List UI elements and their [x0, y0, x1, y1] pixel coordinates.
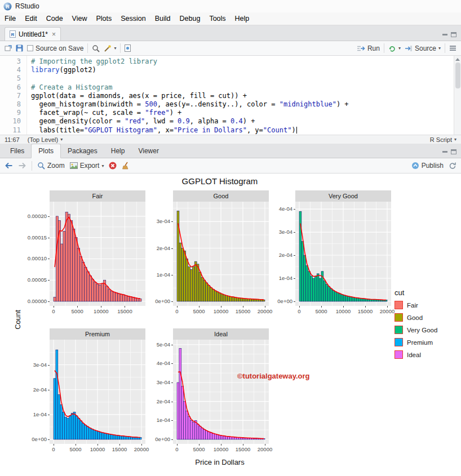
tab-packages[interactable]: Packages	[61, 144, 104, 158]
y-axis-tick: 2e-04	[145, 399, 170, 404]
editor-scrollbar[interactable]	[454, 56, 461, 135]
code-line[interactable]: # Create a Histogram	[31, 83, 461, 92]
menu-plots[interactable]: Plots	[91, 13, 116, 24]
toolbar-separator	[32, 161, 32, 171]
svg-text:R: R	[6, 4, 10, 10]
tab-untitled1[interactable]: R Untitled1* ×	[5, 27, 61, 41]
code-editor[interactable]: 34567891011 # Importing the ggplot2 libr…	[0, 56, 461, 135]
tick-mark	[101, 306, 101, 308]
tick-mark	[76, 444, 76, 446]
menu-view[interactable]: View	[68, 13, 92, 24]
tick-mark	[299, 306, 300, 308]
rerun-button[interactable]: ▾	[388, 45, 401, 52]
tab-files[interactable]: Files	[3, 144, 31, 158]
menu-session[interactable]: Session	[116, 13, 150, 24]
tick-mark	[243, 444, 243, 446]
code-line[interactable]: geom_histogram(binwidth = 500, aes(y=..d…	[31, 100, 461, 109]
facet-strip: Ideal	[173, 328, 269, 340]
refresh-button[interactable]	[449, 162, 456, 170]
pane-window-controls	[442, 32, 461, 41]
run-button[interactable]: Run	[357, 45, 380, 52]
maximize-icon[interactable]	[451, 32, 456, 37]
x-axis-tick: 0	[52, 308, 55, 314]
run-label: Run	[367, 45, 380, 52]
maximize-icon[interactable]	[451, 149, 456, 154]
minimize-icon[interactable]	[442, 151, 447, 153]
editor-code[interactable]: # Importing the ggplot2 librarylibrary(g…	[27, 56, 461, 135]
tick-mark	[171, 420, 173, 421]
document-outline-button[interactable]	[449, 45, 456, 51]
menu-help[interactable]: Help	[230, 13, 254, 24]
previous-plot-button[interactable]	[5, 162, 13, 169]
scrollbar-thumb[interactable]	[455, 63, 460, 88]
compile-report-button[interactable]	[125, 45, 131, 52]
tab-viewer[interactable]: Viewer	[131, 144, 165, 158]
tick-mark	[119, 444, 120, 446]
code-line[interactable]: ggplot(data = diamonds, aes(x = price, f…	[31, 92, 461, 100]
save-button[interactable]	[16, 45, 23, 52]
minimize-icon[interactable]	[442, 34, 447, 35]
legend-key	[394, 313, 403, 322]
facet-panel	[295, 202, 391, 306]
code-line[interactable]	[31, 74, 461, 83]
y-axis-tick: 0.00005	[21, 277, 47, 283]
text-cursor	[296, 127, 298, 134]
clear-all-plots-button[interactable]	[122, 162, 130, 170]
menu-edit[interactable]: Edit	[20, 13, 42, 24]
popout-button[interactable]	[5, 45, 12, 52]
tick-mark	[171, 248, 173, 249]
zoom-button[interactable]: Zoom	[37, 162, 65, 170]
scope-selector[interactable]: (Top Level) ▾	[28, 136, 63, 143]
save-icon	[16, 45, 23, 52]
legend-key	[394, 350, 403, 359]
svg-text:R: R	[11, 32, 15, 37]
legend: cut FairGoodVery GoodPremiumIdeal	[394, 288, 437, 363]
menu-file[interactable]: File	[0, 13, 20, 24]
pane-window-controls	[442, 149, 461, 158]
broom-icon	[122, 162, 130, 170]
tick-mark	[171, 301, 173, 302]
export-button[interactable]: Export ▾	[70, 162, 104, 170]
tick-mark	[48, 216, 50, 217]
remove-plot-button[interactable]	[109, 162, 117, 170]
x-axis-tick: 0	[175, 308, 178, 314]
tick-mark	[243, 306, 243, 308]
code-line[interactable]: geom_density(color = "red", lwd = 0.9, a…	[31, 117, 461, 126]
code-line[interactable]: library(ggplot2)	[31, 66, 461, 74]
outline-icon	[449, 45, 456, 51]
rerun-icon	[388, 45, 396, 52]
r-file-icon: R	[10, 30, 16, 38]
tab-help[interactable]: Help	[104, 144, 132, 158]
line-number: 6	[0, 83, 21, 92]
next-plot-button[interactable]	[18, 162, 26, 169]
forward-arrow-icon	[18, 162, 26, 169]
x-axis-label: Price in Dollars	[0, 458, 440, 466]
y-axis-tick: 2e-04	[21, 387, 47, 393]
code-tools-button[interactable]: ▾	[104, 45, 116, 52]
code-line[interactable]: facet_wrap(~ cut, scale = "free") +	[31, 109, 461, 117]
menu-debug[interactable]: Debug	[175, 13, 205, 24]
find-replace-button[interactable]	[92, 45, 100, 52]
source-on-save-checkbox[interactable]	[27, 45, 33, 51]
scroll-up-icon[interactable]	[455, 58, 460, 61]
close-icon[interactable]: ×	[52, 30, 56, 38]
source-on-save-toggle[interactable]: Source on Save	[27, 45, 83, 52]
line-number: 3	[0, 57, 21, 66]
tab-plots[interactable]: Plots	[31, 144, 61, 158]
toolbar-separator	[445, 43, 445, 53]
menu-code[interactable]: Code	[42, 13, 68, 24]
publish-button[interactable]: Publish	[411, 162, 444, 170]
watermark: ©tutorialgateway.org	[237, 372, 310, 380]
legend-entry: Premium	[394, 338, 437, 346]
file-type-selector[interactable]: R Script ▾	[430, 136, 456, 143]
y-axis-tick: 4e-04	[267, 206, 292, 212]
facet-strip: Very Good	[295, 190, 391, 202]
code-line[interactable]: # Importing the ggplot2 library	[31, 57, 461, 66]
source-button[interactable]: Source ▾	[405, 45, 441, 52]
legend-key	[394, 326, 403, 334]
code-line[interactable]: labs(title="GGPLOT Histogram", x="Price …	[31, 126, 461, 135]
menu-build[interactable]: Build	[150, 13, 175, 24]
legend-entries: FairGoodVery GoodPremiumIdeal	[394, 301, 437, 359]
menu-tools[interactable]: Tools	[205, 13, 230, 24]
tick-mark	[321, 306, 322, 308]
